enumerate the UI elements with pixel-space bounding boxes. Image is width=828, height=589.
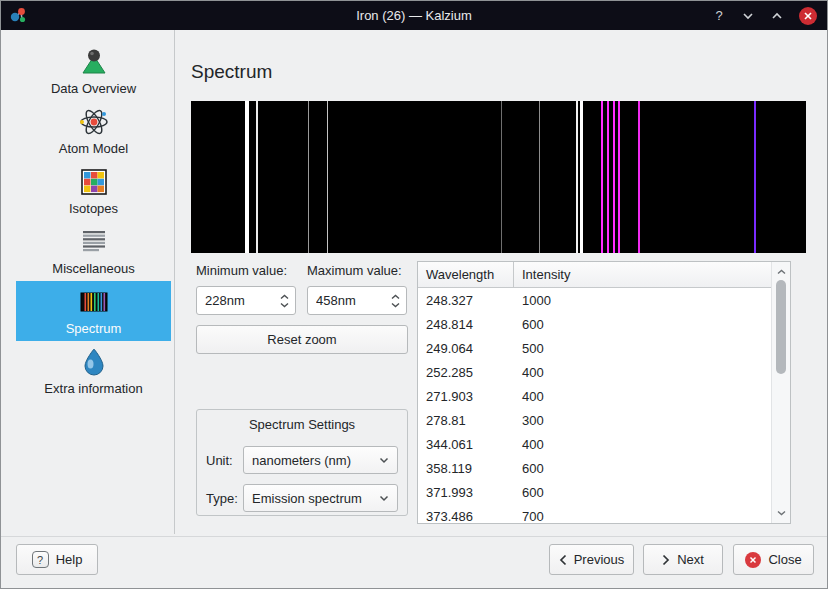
kalzium-window: Iron (26) — Kalzium ?	[0, 0, 828, 589]
table-row[interactable]: 248.814600	[418, 312, 771, 336]
wavelength-cell: 248.814	[418, 317, 514, 332]
spectrum-settings-title: Spectrum Settings	[197, 417, 407, 432]
table-row[interactable]: 278.81300	[418, 408, 771, 432]
maximum-value-spinbox[interactable]	[307, 286, 407, 315]
wavelength-cell: 371.993	[418, 485, 514, 500]
intensity-cell: 300	[514, 413, 771, 428]
intensity-cell: 500	[514, 341, 771, 356]
next-button[interactable]: Next	[643, 544, 723, 575]
wavelength-column-header[interactable]: Wavelength	[418, 262, 514, 287]
maximum-value-label: Maximum value:	[307, 263, 402, 278]
intensity-cell: 600	[514, 485, 771, 500]
scroll-down-icon[interactable]	[772, 505, 790, 521]
intensity-cell: 1000	[514, 293, 771, 308]
atom-icon	[78, 106, 110, 138]
close-button[interactable]: Close	[733, 544, 814, 575]
wavelength-cell: 271.903	[418, 389, 514, 404]
blue-drop-icon	[78, 346, 110, 378]
unit-combobox-value: nanometers (nm)	[252, 453, 351, 468]
spectrum-bars-icon	[78, 286, 110, 318]
table-row[interactable]: 358.119600	[418, 456, 771, 480]
close-button-label: Close	[768, 552, 801, 567]
spinner-down-icon[interactable]	[391, 302, 400, 308]
wavelength-cell: 373.486	[418, 509, 514, 524]
intensity-cell: 400	[514, 365, 771, 380]
unit-label: Unit:	[206, 453, 243, 468]
sidebar-item-label: Extra information	[44, 381, 142, 396]
window-help-button[interactable]: ?	[712, 8, 726, 24]
wavelength-cell: 248.327	[418, 293, 514, 308]
table-row[interactable]: 373.486700	[418, 504, 771, 524]
spectrum-table: Wavelength Intensity 248.3271000248.8146…	[417, 261, 791, 524]
spectrum-line	[618, 101, 620, 253]
chevron-down-icon	[379, 457, 389, 464]
chevron-up-icon[interactable]	[770, 8, 784, 24]
spectrum-display[interactable]	[191, 101, 806, 253]
wavelength-cell: 344.061	[418, 437, 514, 452]
sidebar: Data Overview Atom Model Isotopes	[1, 30, 175, 534]
table-header: Wavelength Intensity	[418, 262, 771, 288]
wavelength-cell: 249.064	[418, 341, 514, 356]
table-row[interactable]: 344.061400	[418, 432, 771, 456]
help-button[interactable]: ? Help	[16, 544, 98, 575]
minimum-value-input[interactable]	[197, 293, 263, 308]
window-title: Iron (26) — Kalzium	[1, 8, 827, 23]
spectrum-line	[607, 101, 609, 253]
titlebar[interactable]: Iron (26) — Kalzium ?	[1, 1, 827, 30]
vertical-scrollbar[interactable]	[771, 262, 790, 523]
isotopes-grid-icon	[78, 166, 110, 198]
sidebar-item-extra-information[interactable]: Extra information	[16, 341, 171, 401]
spinner-up-icon[interactable]	[280, 294, 289, 300]
type-combobox-value: Emission spectrum	[252, 491, 362, 506]
chevron-left-icon	[559, 554, 567, 566]
sidebar-item-label: Data Overview	[51, 81, 136, 96]
intensity-column-header[interactable]: Intensity	[514, 262, 771, 287]
chevron-down-icon[interactable]	[741, 8, 755, 24]
flask-icon	[78, 46, 110, 78]
maximum-value-input[interactable]	[308, 293, 374, 308]
help-icon: ?	[32, 551, 49, 568]
page-title: Spectrum	[191, 61, 272, 83]
table-row[interactable]: 249.064500	[418, 336, 771, 360]
reset-zoom-button[interactable]: Reset zoom	[196, 325, 408, 354]
table-row[interactable]: 252.285400	[418, 360, 771, 384]
table-row[interactable]: 248.3271000	[418, 288, 771, 312]
spectrum-line	[613, 101, 615, 253]
spectrum-line	[308, 101, 309, 253]
sidebar-item-label: Spectrum	[66, 321, 122, 336]
spectrum-line	[539, 101, 540, 253]
spinner-arrows	[280, 294, 289, 308]
minimum-value-label: Minimum value:	[196, 263, 287, 278]
spinner-up-icon[interactable]	[391, 294, 400, 300]
window-controls: ?	[712, 1, 817, 30]
previous-button[interactable]: Previous	[549, 544, 634, 575]
chevron-down-icon	[379, 495, 389, 502]
wavelength-cell: 278.81	[418, 413, 514, 428]
spectrum-line	[601, 101, 603, 253]
sidebar-item-isotopes[interactable]: Isotopes	[16, 161, 171, 221]
spectrum-line	[247, 101, 249, 253]
sidebar-item-label: Atom Model	[59, 141, 128, 156]
unit-combobox[interactable]: nanometers (nm)	[243, 446, 398, 474]
scrollbar-thumb[interactable]	[776, 280, 786, 374]
minimum-value-spinbox[interactable]	[196, 286, 296, 315]
table-row[interactable]: 271.903400	[418, 384, 771, 408]
intensity-cell: 700	[514, 509, 771, 524]
type-label: Type:	[206, 491, 243, 506]
spinner-arrows	[391, 294, 400, 308]
sidebar-item-label: Isotopes	[69, 201, 118, 216]
window-close-button[interactable]	[799, 7, 817, 25]
table-row[interactable]: 371.993600	[418, 480, 771, 504]
spectrum-line	[501, 101, 502, 253]
next-button-label: Next	[677, 552, 704, 567]
scroll-up-icon[interactable]	[772, 264, 790, 280]
type-combobox[interactable]: Emission spectrum	[243, 484, 398, 512]
sidebar-item-data-overview[interactable]: Data Overview	[16, 41, 171, 101]
sidebar-item-label: Miscellaneous	[52, 261, 134, 276]
sidebar-item-atom-model[interactable]: Atom Model	[16, 101, 171, 161]
spinner-down-icon[interactable]	[280, 302, 289, 308]
intensity-cell: 600	[514, 317, 771, 332]
sidebar-item-spectrum[interactable]: Spectrum	[16, 281, 171, 341]
sidebar-item-miscellaneous[interactable]: Miscellaneous	[16, 221, 171, 281]
wavelength-cell: 358.119	[418, 461, 514, 476]
